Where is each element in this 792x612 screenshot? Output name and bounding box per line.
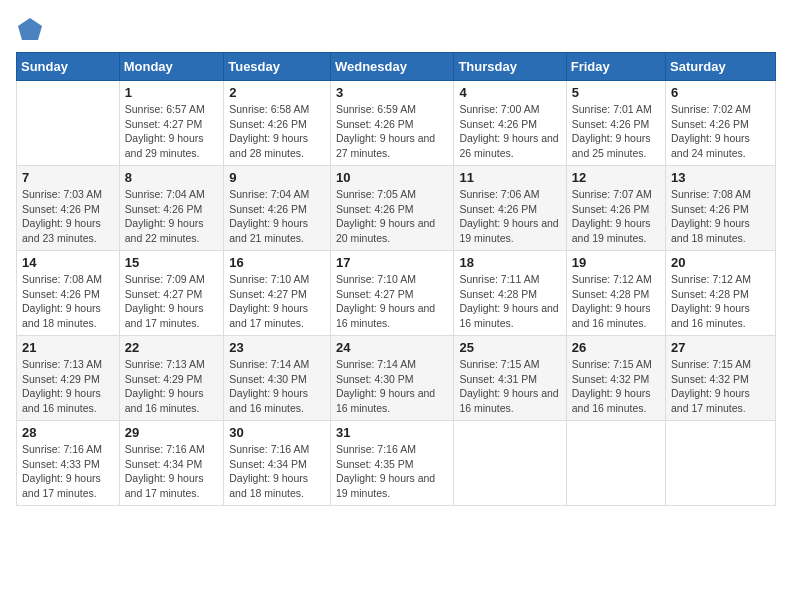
calendar-cell: 29Sunrise: 7:16 AM Sunset: 4:34 PM Dayli… bbox=[119, 421, 224, 506]
day-info: Sunrise: 7:04 AM Sunset: 4:26 PM Dayligh… bbox=[125, 187, 219, 246]
day-info: Sunrise: 7:10 AM Sunset: 4:27 PM Dayligh… bbox=[336, 272, 449, 331]
day-info: Sunrise: 7:11 AM Sunset: 4:28 PM Dayligh… bbox=[459, 272, 560, 331]
calendar-cell: 23Sunrise: 7:14 AM Sunset: 4:30 PM Dayli… bbox=[224, 336, 331, 421]
calendar-cell: 1Sunrise: 6:57 AM Sunset: 4:27 PM Daylig… bbox=[119, 81, 224, 166]
day-number: 14 bbox=[22, 255, 114, 270]
day-number: 13 bbox=[671, 170, 770, 185]
day-number: 23 bbox=[229, 340, 325, 355]
day-info: Sunrise: 7:03 AM Sunset: 4:26 PM Dayligh… bbox=[22, 187, 114, 246]
day-number: 7 bbox=[22, 170, 114, 185]
calendar-cell: 17Sunrise: 7:10 AM Sunset: 4:27 PM Dayli… bbox=[330, 251, 454, 336]
day-number: 20 bbox=[671, 255, 770, 270]
day-info: Sunrise: 7:10 AM Sunset: 4:27 PM Dayligh… bbox=[229, 272, 325, 331]
day-info: Sunrise: 7:13 AM Sunset: 4:29 PM Dayligh… bbox=[125, 357, 219, 416]
day-info: Sunrise: 7:04 AM Sunset: 4:26 PM Dayligh… bbox=[229, 187, 325, 246]
weekday-header: Friday bbox=[566, 53, 665, 81]
day-number: 5 bbox=[572, 85, 660, 100]
day-info: Sunrise: 7:08 AM Sunset: 4:26 PM Dayligh… bbox=[22, 272, 114, 331]
weekday-header: Sunday bbox=[17, 53, 120, 81]
weekday-header: Monday bbox=[119, 53, 224, 81]
day-info: Sunrise: 7:15 AM Sunset: 4:32 PM Dayligh… bbox=[572, 357, 660, 416]
day-number: 25 bbox=[459, 340, 560, 355]
day-number: 16 bbox=[229, 255, 325, 270]
day-number: 3 bbox=[336, 85, 449, 100]
day-info: Sunrise: 6:59 AM Sunset: 4:26 PM Dayligh… bbox=[336, 102, 449, 161]
day-number: 19 bbox=[572, 255, 660, 270]
day-number: 26 bbox=[572, 340, 660, 355]
day-info: Sunrise: 7:08 AM Sunset: 4:26 PM Dayligh… bbox=[671, 187, 770, 246]
day-number: 31 bbox=[336, 425, 449, 440]
calendar-cell: 13Sunrise: 7:08 AM Sunset: 4:26 PM Dayli… bbox=[666, 166, 776, 251]
calendar-cell: 28Sunrise: 7:16 AM Sunset: 4:33 PM Dayli… bbox=[17, 421, 120, 506]
calendar-cell: 7Sunrise: 7:03 AM Sunset: 4:26 PM Daylig… bbox=[17, 166, 120, 251]
calendar-week-row: 28Sunrise: 7:16 AM Sunset: 4:33 PM Dayli… bbox=[17, 421, 776, 506]
calendar-cell: 20Sunrise: 7:12 AM Sunset: 4:28 PM Dayli… bbox=[666, 251, 776, 336]
day-number: 18 bbox=[459, 255, 560, 270]
day-info: Sunrise: 7:16 AM Sunset: 4:35 PM Dayligh… bbox=[336, 442, 449, 501]
day-info: Sunrise: 6:58 AM Sunset: 4:26 PM Dayligh… bbox=[229, 102, 325, 161]
day-info: Sunrise: 7:12 AM Sunset: 4:28 PM Dayligh… bbox=[572, 272, 660, 331]
calendar-cell: 11Sunrise: 7:06 AM Sunset: 4:26 PM Dayli… bbox=[454, 166, 566, 251]
calendar-week-row: 14Sunrise: 7:08 AM Sunset: 4:26 PM Dayli… bbox=[17, 251, 776, 336]
day-number: 10 bbox=[336, 170, 449, 185]
calendar-cell: 24Sunrise: 7:14 AM Sunset: 4:30 PM Dayli… bbox=[330, 336, 454, 421]
day-info: Sunrise: 7:16 AM Sunset: 4:33 PM Dayligh… bbox=[22, 442, 114, 501]
calendar-cell: 6Sunrise: 7:02 AM Sunset: 4:26 PM Daylig… bbox=[666, 81, 776, 166]
calendar-cell: 5Sunrise: 7:01 AM Sunset: 4:26 PM Daylig… bbox=[566, 81, 665, 166]
day-info: Sunrise: 6:57 AM Sunset: 4:27 PM Dayligh… bbox=[125, 102, 219, 161]
logo-icon bbox=[16, 16, 44, 44]
calendar-cell: 14Sunrise: 7:08 AM Sunset: 4:26 PM Dayli… bbox=[17, 251, 120, 336]
day-number: 30 bbox=[229, 425, 325, 440]
day-info: Sunrise: 7:09 AM Sunset: 4:27 PM Dayligh… bbox=[125, 272, 219, 331]
calendar-week-row: 7Sunrise: 7:03 AM Sunset: 4:26 PM Daylig… bbox=[17, 166, 776, 251]
calendar-cell: 21Sunrise: 7:13 AM Sunset: 4:29 PM Dayli… bbox=[17, 336, 120, 421]
svg-marker-0 bbox=[18, 18, 42, 40]
day-number: 12 bbox=[572, 170, 660, 185]
day-info: Sunrise: 7:15 AM Sunset: 4:32 PM Dayligh… bbox=[671, 357, 770, 416]
day-number: 9 bbox=[229, 170, 325, 185]
calendar-cell: 10Sunrise: 7:05 AM Sunset: 4:26 PM Dayli… bbox=[330, 166, 454, 251]
day-info: Sunrise: 7:13 AM Sunset: 4:29 PM Dayligh… bbox=[22, 357, 114, 416]
calendar-cell: 4Sunrise: 7:00 AM Sunset: 4:26 PM Daylig… bbox=[454, 81, 566, 166]
calendar-cell: 8Sunrise: 7:04 AM Sunset: 4:26 PM Daylig… bbox=[119, 166, 224, 251]
calendar-cell: 16Sunrise: 7:10 AM Sunset: 4:27 PM Dayli… bbox=[224, 251, 331, 336]
weekday-header: Saturday bbox=[666, 53, 776, 81]
day-info: Sunrise: 7:16 AM Sunset: 4:34 PM Dayligh… bbox=[229, 442, 325, 501]
calendar-table: SundayMondayTuesdayWednesdayThursdayFrid… bbox=[16, 52, 776, 506]
day-number: 28 bbox=[22, 425, 114, 440]
calendar-cell: 26Sunrise: 7:15 AM Sunset: 4:32 PM Dayli… bbox=[566, 336, 665, 421]
weekday-header: Tuesday bbox=[224, 53, 331, 81]
logo bbox=[16, 16, 48, 44]
calendar-week-row: 1Sunrise: 6:57 AM Sunset: 4:27 PM Daylig… bbox=[17, 81, 776, 166]
day-number: 22 bbox=[125, 340, 219, 355]
day-info: Sunrise: 7:14 AM Sunset: 4:30 PM Dayligh… bbox=[336, 357, 449, 416]
calendar-cell bbox=[666, 421, 776, 506]
calendar-cell: 18Sunrise: 7:11 AM Sunset: 4:28 PM Dayli… bbox=[454, 251, 566, 336]
calendar-cell: 9Sunrise: 7:04 AM Sunset: 4:26 PM Daylig… bbox=[224, 166, 331, 251]
day-number: 8 bbox=[125, 170, 219, 185]
day-info: Sunrise: 7:07 AM Sunset: 4:26 PM Dayligh… bbox=[572, 187, 660, 246]
day-info: Sunrise: 7:05 AM Sunset: 4:26 PM Dayligh… bbox=[336, 187, 449, 246]
day-number: 11 bbox=[459, 170, 560, 185]
day-number: 4 bbox=[459, 85, 560, 100]
page-header bbox=[16, 16, 776, 44]
calendar-cell: 22Sunrise: 7:13 AM Sunset: 4:29 PM Dayli… bbox=[119, 336, 224, 421]
day-info: Sunrise: 7:00 AM Sunset: 4:26 PM Dayligh… bbox=[459, 102, 560, 161]
day-number: 17 bbox=[336, 255, 449, 270]
calendar-header-row: SundayMondayTuesdayWednesdayThursdayFrid… bbox=[17, 53, 776, 81]
day-info: Sunrise: 7:01 AM Sunset: 4:26 PM Dayligh… bbox=[572, 102, 660, 161]
weekday-header: Thursday bbox=[454, 53, 566, 81]
day-number: 15 bbox=[125, 255, 219, 270]
day-number: 24 bbox=[336, 340, 449, 355]
day-number: 27 bbox=[671, 340, 770, 355]
calendar-cell: 2Sunrise: 6:58 AM Sunset: 4:26 PM Daylig… bbox=[224, 81, 331, 166]
day-number: 2 bbox=[229, 85, 325, 100]
day-info: Sunrise: 7:12 AM Sunset: 4:28 PM Dayligh… bbox=[671, 272, 770, 331]
calendar-cell: 27Sunrise: 7:15 AM Sunset: 4:32 PM Dayli… bbox=[666, 336, 776, 421]
calendar-cell: 19Sunrise: 7:12 AM Sunset: 4:28 PM Dayli… bbox=[566, 251, 665, 336]
calendar-cell bbox=[17, 81, 120, 166]
calendar-cell: 31Sunrise: 7:16 AM Sunset: 4:35 PM Dayli… bbox=[330, 421, 454, 506]
day-number: 21 bbox=[22, 340, 114, 355]
calendar-week-row: 21Sunrise: 7:13 AM Sunset: 4:29 PM Dayli… bbox=[17, 336, 776, 421]
calendar-cell: 15Sunrise: 7:09 AM Sunset: 4:27 PM Dayli… bbox=[119, 251, 224, 336]
